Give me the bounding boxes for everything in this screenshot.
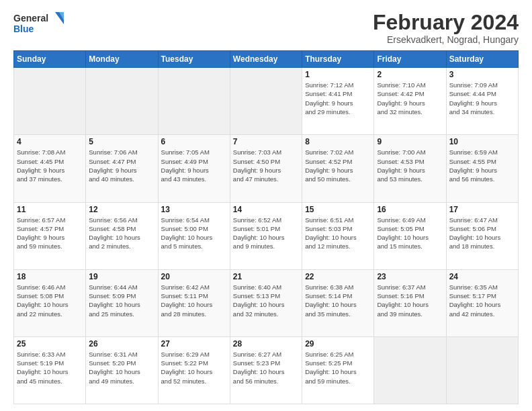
day-number: 27 [161,339,227,349]
day-cell [14,68,86,135]
svg-text:General: General [13,13,48,24]
day-number: 11 [17,205,83,214]
day-number: 24 [449,272,515,281]
day-number: 3 [449,70,515,79]
day-cell: 6Sunrise: 7:05 AMSunset: 4:49 PMDaylight… [158,135,230,202]
day-info: Sunrise: 6:51 AMSunset: 5:03 PMDaylight:… [305,216,371,251]
day-info: Sunrise: 7:10 AMSunset: 4:42 PMDaylight:… [377,81,443,116]
day-number: 10 [449,137,515,146]
day-cell: 7Sunrise: 7:03 AMSunset: 4:50 PMDaylight… [230,135,302,202]
day-info: Sunrise: 6:44 AMSunset: 5:09 PMDaylight:… [89,283,154,318]
day-info: Sunrise: 6:59 AMSunset: 4:55 PMDaylight:… [449,148,515,183]
day-cell: 2Sunrise: 7:10 AMSunset: 4:42 PMDaylight… [374,68,446,135]
col-header-tuesday: Tuesday [158,51,230,68]
week-row-1: 4Sunrise: 7:08 AMSunset: 4:45 PMDaylight… [14,135,519,202]
month-title: February 2024 [373,11,519,34]
day-cell: 14Sunrise: 6:52 AMSunset: 5:01 PMDayligh… [230,202,302,269]
day-number: 20 [161,272,227,281]
day-cell: 21Sunrise: 6:40 AMSunset: 5:13 PMDayligh… [230,269,302,336]
day-cell: 25Sunrise: 6:33 AMSunset: 5:19 PMDayligh… [14,336,86,404]
day-info: Sunrise: 6:31 AMSunset: 5:20 PMDaylight:… [89,350,154,385]
day-cell [374,336,446,404]
page: General Blue February 2024 Ersekvadkert,… [0,0,532,411]
day-number: 7 [233,137,299,146]
day-info: Sunrise: 6:47 AMSunset: 5:06 PMDaylight:… [449,216,515,251]
day-cell: 10Sunrise: 6:59 AMSunset: 4:55 PMDayligh… [446,135,518,202]
day-info: Sunrise: 6:54 AMSunset: 5:00 PMDaylight:… [161,216,227,251]
svg-text:Blue: Blue [13,24,34,34]
day-info: Sunrise: 7:03 AMSunset: 4:50 PMDaylight:… [233,148,299,183]
day-cell: 19Sunrise: 6:44 AMSunset: 5:09 PMDayligh… [86,269,158,336]
calendar-table: SundayMondayTuesdayWednesdayThursdayFrid… [13,50,519,404]
col-header-sunday: Sunday [14,51,86,68]
day-number: 9 [377,137,443,146]
week-row-4: 25Sunrise: 6:33 AMSunset: 5:19 PMDayligh… [14,336,519,404]
day-info: Sunrise: 6:38 AMSunset: 5:14 PMDaylight:… [305,283,371,318]
day-cell: 23Sunrise: 6:37 AMSunset: 5:16 PMDayligh… [374,269,446,336]
day-cell: 13Sunrise: 6:54 AMSunset: 5:00 PMDayligh… [158,202,230,269]
day-cell: 26Sunrise: 6:31 AMSunset: 5:20 PMDayligh… [86,336,158,404]
day-info: Sunrise: 7:02 AMSunset: 4:52 PMDaylight:… [305,148,371,183]
day-info: Sunrise: 7:08 AMSunset: 4:45 PMDaylight:… [17,148,83,183]
day-info: Sunrise: 7:09 AMSunset: 4:44 PMDaylight:… [449,81,515,116]
day-cell: 17Sunrise: 6:47 AMSunset: 5:06 PMDayligh… [446,202,518,269]
day-number: 13 [161,205,227,214]
col-header-friday: Friday [374,51,446,68]
col-header-saturday: Saturday [446,51,518,68]
day-number: 1 [305,70,371,79]
day-number: 28 [233,339,299,349]
day-number: 23 [377,272,443,281]
day-cell: 3Sunrise: 7:09 AMSunset: 4:44 PMDaylight… [446,68,518,135]
day-cell: 12Sunrise: 6:56 AMSunset: 4:58 PMDayligh… [86,202,158,269]
day-number: 16 [377,205,443,214]
day-info: Sunrise: 7:05 AMSunset: 4:49 PMDaylight:… [161,148,227,183]
day-cell: 1Sunrise: 7:12 AMSunset: 4:41 PMDaylight… [302,68,374,135]
day-number: 14 [233,205,299,214]
logo: General Blue [13,11,67,40]
day-cell: 15Sunrise: 6:51 AMSunset: 5:03 PMDayligh… [302,202,374,269]
day-info: Sunrise: 6:40 AMSunset: 5:13 PMDaylight:… [233,283,299,318]
day-cell: 4Sunrise: 7:08 AMSunset: 4:45 PMDaylight… [14,135,86,202]
day-number: 29 [305,339,371,349]
day-info: Sunrise: 6:27 AMSunset: 5:23 PMDaylight:… [233,350,299,385]
subtitle: Ersekvadkert, Nograd, Hungary [373,34,519,45]
col-header-wednesday: Wednesday [230,51,302,68]
day-info: Sunrise: 6:37 AMSunset: 5:16 PMDaylight:… [377,283,443,318]
day-cell: 18Sunrise: 6:46 AMSunset: 5:08 PMDayligh… [14,269,86,336]
day-cell: 20Sunrise: 6:42 AMSunset: 5:11 PMDayligh… [158,269,230,336]
day-cell [86,68,158,135]
day-cell: 9Sunrise: 7:00 AMSunset: 4:53 PMDaylight… [374,135,446,202]
day-info: Sunrise: 7:00 AMSunset: 4:53 PMDaylight:… [377,148,443,183]
col-header-monday: Monday [86,51,158,68]
day-number: 17 [449,205,515,214]
day-cell: 8Sunrise: 7:02 AMSunset: 4:52 PMDaylight… [302,135,374,202]
day-number: 4 [17,137,83,146]
day-info: Sunrise: 6:56 AMSunset: 4:58 PMDaylight:… [89,216,154,251]
day-number: 21 [233,272,299,281]
week-row-3: 18Sunrise: 6:46 AMSunset: 5:08 PMDayligh… [14,269,519,336]
day-info: Sunrise: 6:33 AMSunset: 5:19 PMDaylight:… [17,350,83,385]
day-number: 8 [305,137,371,146]
day-number: 25 [17,339,83,349]
day-info: Sunrise: 6:29 AMSunset: 5:22 PMDaylight:… [161,350,227,385]
calendar-header-row: SundayMondayTuesdayWednesdayThursdayFrid… [14,51,519,68]
day-cell [158,68,230,135]
day-number: 12 [89,205,154,214]
day-number: 2 [377,70,443,79]
day-cell: 27Sunrise: 6:29 AMSunset: 5:22 PMDayligh… [158,336,230,404]
day-number: 22 [305,272,371,281]
day-info: Sunrise: 6:25 AMSunset: 5:25 PMDaylight:… [305,350,371,385]
week-row-2: 11Sunrise: 6:57 AMSunset: 4:57 PMDayligh… [14,202,519,269]
day-cell: 16Sunrise: 6:49 AMSunset: 5:05 PMDayligh… [374,202,446,269]
day-number: 18 [17,272,83,281]
day-cell: 28Sunrise: 6:27 AMSunset: 5:23 PMDayligh… [230,336,302,404]
day-info: Sunrise: 6:42 AMSunset: 5:11 PMDaylight:… [161,283,227,318]
day-cell: 24Sunrise: 6:35 AMSunset: 5:17 PMDayligh… [446,269,518,336]
day-info: Sunrise: 6:46 AMSunset: 5:08 PMDaylight:… [17,283,83,318]
day-number: 6 [161,137,227,146]
day-cell: 5Sunrise: 7:06 AMSunset: 4:47 PMDaylight… [86,135,158,202]
day-info: Sunrise: 6:35 AMSunset: 5:17 PMDaylight:… [449,283,515,318]
day-number: 5 [89,137,154,146]
day-number: 15 [305,205,371,214]
day-info: Sunrise: 7:12 AMSunset: 4:41 PMDaylight:… [305,81,371,116]
